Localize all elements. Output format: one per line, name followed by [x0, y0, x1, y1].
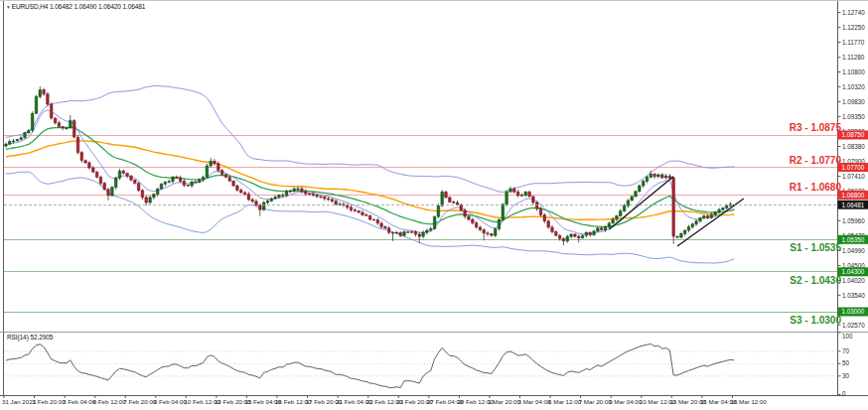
sr-label-S3: S3 - 1.0300 [790, 315, 841, 326]
rsi-indicator-label: RSI(14) 52.2905 [7, 334, 53, 341]
rsi-scale-label: 100 [842, 333, 853, 340]
sr-label-S2: S2 - 1.0430 [790, 275, 841, 286]
price-tick-label: 1.09830 [842, 98, 865, 105]
time-axis-label: 16 Mar 12:00 [730, 398, 767, 405]
price-tick-label: 1.02570 [842, 322, 865, 329]
sr-badge-S2-text: 1.04300 [842, 268, 865, 275]
sr-badge-R1-text: 1.06800 [842, 192, 865, 199]
sr-label-S1: S1 - 1.0535 [790, 242, 841, 253]
time-axis-label: 6 Feb 12:00 [93, 398, 127, 405]
time-axis-label: 3 Feb 04:00 [63, 398, 96, 405]
sr-label-R1: R1 - 1.0680 [790, 182, 842, 193]
sr-label-R3: R3 - 1.0875 [790, 122, 842, 133]
rsi-line [6, 344, 734, 388]
moving-average-medium-line [6, 127, 734, 226]
time-axis-label: 1 Mar 20:00 [488, 398, 521, 405]
price-tick-label: 1.07410 [842, 173, 865, 180]
time-axis-label: 9 Feb 04:00 [154, 398, 188, 405]
price-tick-label: 1.11770 [842, 39, 865, 46]
rsi-scale-label: 0 [842, 390, 846, 397]
time-axis-label: 1 Feb 20:00 [33, 398, 67, 405]
sr-badge-R2-text: 1.07700 [842, 164, 865, 171]
chart-collapse-icon: ▾ [7, 4, 10, 10]
symbol-ohlc-title: ▾EURUSD,H4 1.06482 1.06490 1.06420 1.064… [7, 3, 145, 10]
bollinger-upper-band-line [6, 86, 734, 193]
rsi-scale-label: 70 [842, 347, 850, 354]
price-tick-label: 1.08380 [842, 143, 865, 150]
price-tick-label: 1.12740 [842, 9, 865, 16]
time-axis-label: 7 Mar 20:00 [579, 398, 613, 405]
price-tick-label: 1.12250 [842, 24, 865, 31]
price-tick-label: 1.10800 [842, 68, 865, 75]
time-axis-label: 31 Jan 2023 [2, 398, 37, 405]
time-axis-label: 7 Feb 20:00 [123, 398, 157, 405]
price-tick-label: 1.11280 [842, 54, 865, 61]
symbol-ohlc-text: EURUSD,H4 1.06482 1.06490 1.06420 1.0648… [12, 3, 146, 10]
mt4-chart-window: 1.127401.122501.117701.112801.108001.103… [0, 0, 868, 410]
current-price-badge-text: 1.06481 [842, 202, 865, 208]
price-tick-label: 1.09350 [842, 113, 865, 120]
price-tick-label: 1.04990 [842, 247, 865, 254]
trendline-1[interactable] [609, 177, 673, 229]
sr-badge-S3-text: 1.03000 [842, 308, 865, 315]
time-axis-label: 3 Mar 04:00 [518, 398, 552, 405]
rsi-scale-label: 30 [842, 372, 850, 379]
rsi-scale-label: 50 [842, 359, 850, 366]
time-axis-label: 9 Mar 04:00 [609, 398, 643, 405]
price-tick-label: 1.05960 [842, 217, 865, 224]
price-tick-label: 1.03540 [842, 292, 865, 299]
price-chart-svg[interactable]: 1.127401.122501.117701.112801.108001.103… [0, 0, 868, 410]
sr-badge-S1-text: 1.05350 [842, 236, 865, 243]
price-tick-label: 1.10320 [842, 83, 865, 90]
time-axis-label: 6 Mar 12:00 [548, 398, 582, 405]
sr-label-R2: R2 - 1.0770 [790, 155, 842, 166]
price-tick-label: 1.04020 [842, 277, 865, 284]
sr-badge-R3-text: 1.08750 [842, 131, 865, 138]
